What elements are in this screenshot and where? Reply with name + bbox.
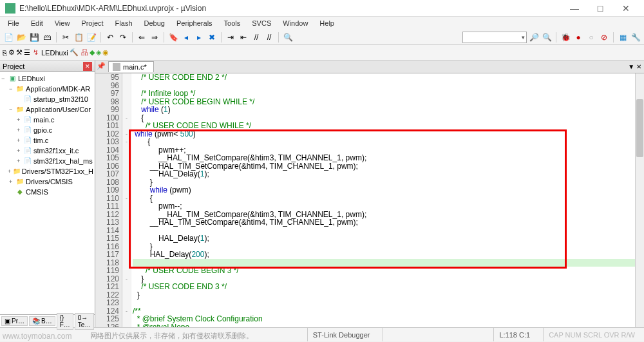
manage-icon[interactable]: 品: [81, 48, 88, 57]
pack-installer-icon[interactable]: ◉: [102, 48, 109, 57]
tree-node[interactable]: startup_stm32f10: [33, 94, 88, 104]
sidebar-tab-functions[interactable]: {} F…: [57, 313, 73, 330]
menu-bar: File Edit View Project Flash Debug Perip…: [0, 17, 644, 30]
minimize-button[interactable]: —: [562, 2, 587, 15]
file-icon: 📄: [23, 157, 32, 165]
breakpoint-kill-icon[interactable]: ⊘: [598, 32, 610, 43]
tree-node[interactable]: Application/MDK-AR: [26, 84, 90, 94]
batch-build-icon[interactable]: ☰: [24, 48, 30, 57]
panel-close-icon[interactable]: ✕: [83, 62, 92, 71]
status-debugger: ST-Link Debugger: [307, 328, 375, 341]
file-icon: 📄: [23, 147, 32, 155]
menu-project[interactable]: Project: [76, 18, 108, 28]
status-caps: CAP NUM SCRL OVR R/W: [543, 328, 640, 341]
folder-icon: 📁: [15, 178, 24, 185]
sidebar-tab-books[interactable]: 📚B…: [29, 316, 55, 326]
select-packs-icon[interactable]: ◈: [96, 48, 101, 57]
watermark-note: 网络图片仅供展示，非存储，如有侵权请联系删除。: [90, 331, 253, 341]
menu-file[interactable]: File: [3, 18, 24, 28]
tree-node[interactable]: stm32f1xx_it.c: [33, 146, 79, 156]
menu-edit[interactable]: Edit: [26, 18, 48, 28]
sidebar-tab-project[interactable]: ▣Pr…: [1, 316, 28, 326]
rebuild-icon[interactable]: ⚒: [16, 48, 23, 57]
code-area[interactable]: 9596979899100101102103104105106107108109…: [95, 73, 644, 327]
undo-icon[interactable]: ↶: [104, 32, 116, 43]
title-bar: E:\hello\LEDhuxi\MDK-ARM\LEDhuxi.uvprojx…: [0, 0, 644, 17]
maximize-button[interactable]: □: [587, 2, 613, 15]
file-icon: 📄: [23, 116, 32, 124]
tree-node[interactable]: Drivers/STM32F1xx_H: [22, 166, 93, 176]
app-icon: [5, 3, 15, 14]
uncomment-icon[interactable]: //: [263, 32, 275, 43]
project-panel-header: Project ✕: [0, 61, 95, 72]
main-toolbar: 📄 📂 💾 🗃 ✂ 📋 📝 ↶ ↷ ⇐ ⇒ 🔖 ◂ ▸ ✖ ⇥ ⇤ // // …: [0, 30, 644, 45]
manage-rte-icon[interactable]: ◆: [90, 48, 95, 57]
target-options-icon[interactable]: 🔨: [70, 48, 79, 57]
find-combo[interactable]: [462, 32, 527, 43]
cut-icon[interactable]: ✂: [60, 32, 71, 43]
file-icon: 📄: [23, 137, 32, 144]
tree-node[interactable]: Application/User/Cor: [26, 104, 91, 115]
build-toolbar: ⎘ ⚙ ⚒ ☰ ↯ LEDhuxi 🔨 品 ◆ ◈ ◉: [0, 45, 644, 61]
pin-icon[interactable]: 📌: [97, 62, 106, 70]
open-icon[interactable]: 📂: [15, 32, 27, 43]
menu-view[interactable]: View: [50, 18, 75, 28]
tree-node[interactable]: gpio.c: [33, 125, 52, 135]
folder-icon: 📁: [15, 85, 24, 93]
sidebar-tab-templates[interactable]: 0→ Te…: [75, 313, 95, 330]
vertical-scrollbar[interactable]: [635, 73, 644, 327]
menu-tools[interactable]: Tools: [219, 18, 246, 28]
status-position: L:118 C:1: [493, 328, 535, 341]
download-icon[interactable]: ↯: [33, 48, 39, 57]
menu-window[interactable]: Window: [278, 18, 313, 28]
copy-icon[interactable]: 📋: [73, 32, 84, 43]
comment-icon[interactable]: //: [251, 32, 262, 43]
redo-icon[interactable]: ↷: [117, 32, 129, 43]
tree-node[interactable]: tim.c: [33, 135, 48, 146]
build-icon[interactable]: ⚙: [8, 48, 15, 57]
tree-node[interactable]: CMSIS: [26, 187, 48, 197]
breakpoint-disable-icon[interactable]: ○: [585, 32, 597, 43]
breakpoint-icon[interactable]: ●: [573, 32, 584, 43]
menu-help[interactable]: Help: [314, 18, 339, 28]
target-combo[interactable]: LEDhuxi: [41, 49, 68, 57]
editor-tabs: 📌 main.c* ▼ ✕: [95, 61, 644, 73]
tree-root[interactable]: LEDhuxi: [18, 73, 45, 84]
project-tree[interactable]: −▣LEDhuxi −📁Application/MDK-AR📄startup_s…: [0, 72, 95, 314]
menu-debug[interactable]: Debug: [139, 18, 170, 28]
bookmark-next-icon[interactable]: ▸: [193, 32, 205, 43]
tab-dropdown-icon[interactable]: ▼ ✕: [625, 63, 644, 70]
close-button[interactable]: ✕: [613, 2, 639, 15]
bookmark-icon[interactable]: 🔖: [167, 32, 179, 43]
folder-icon: 📁: [15, 106, 24, 113]
menu-flash[interactable]: Flash: [110, 18, 138, 28]
file-icon: 📄: [23, 126, 32, 134]
menu-svcs[interactable]: SVCS: [247, 18, 276, 28]
diamond-icon: ◆: [15, 188, 24, 196]
window-title: E:\hello\LEDhuxi\MDK-ARM\LEDhuxi.uvprojx…: [19, 4, 562, 13]
paste-icon[interactable]: 📝: [86, 32, 97, 43]
editor-tab-main[interactable]: main.c*: [108, 61, 154, 72]
configure-icon[interactable]: 🔧: [630, 32, 641, 43]
file-icon: 📄: [23, 95, 32, 103]
debug-icon[interactable]: 🐞: [560, 32, 571, 43]
bookmark-clear-icon[interactable]: ✖: [206, 32, 218, 43]
menu-peripherals[interactable]: Peripherals: [171, 18, 218, 28]
bookmark-prev-icon[interactable]: ◂: [180, 32, 192, 43]
nav-back-icon[interactable]: ⇐: [136, 32, 147, 43]
saveall-icon[interactable]: 🗃: [41, 32, 53, 43]
save-icon[interactable]: 💾: [28, 32, 40, 43]
indent-icon[interactable]: ⇥: [225, 32, 236, 43]
nav-fwd-icon[interactable]: ⇒: [149, 32, 160, 43]
tree-node[interactable]: stm32f1xx_hal_ms: [33, 156, 93, 166]
tree-node[interactable]: Drivers/CMSIS: [26, 176, 73, 187]
outdent-icon[interactable]: ⇤: [238, 32, 249, 43]
new-icon[interactable]: 📄: [3, 32, 14, 43]
tree-node[interactable]: main.c: [33, 115, 54, 125]
watermark-host: www.toymoban.com: [3, 332, 71, 341]
translate-icon[interactable]: ⎘: [3, 49, 7, 57]
find-in-files-icon[interactable]: 🔎: [528, 32, 540, 43]
window-icon[interactable]: ▦: [617, 32, 629, 43]
incremental-find-icon[interactable]: 🔍: [541, 32, 553, 43]
find-icon[interactable]: 🔍: [282, 32, 294, 43]
